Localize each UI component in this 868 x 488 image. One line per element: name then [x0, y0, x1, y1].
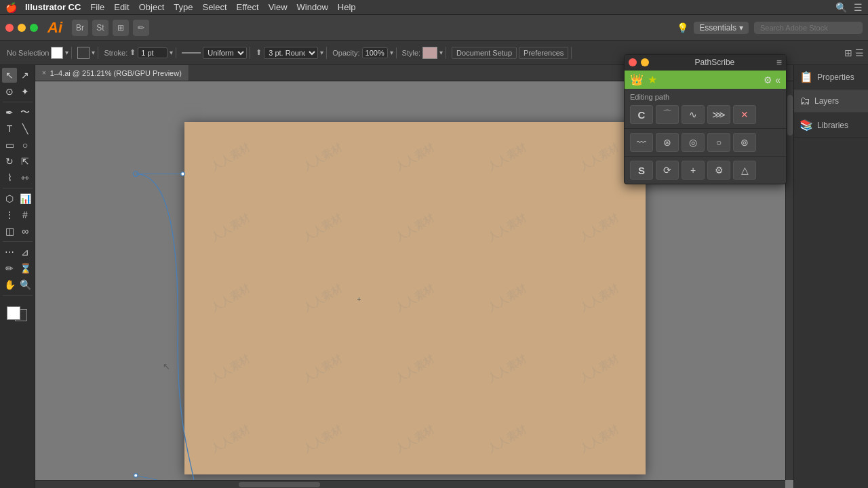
- blend-tool[interactable]: ∞: [18, 224, 33, 239]
- libraries-panel-item[interactable]: 📚 Libraries: [794, 113, 868, 138]
- eyedropper-tool[interactable]: ✏: [2, 261, 17, 276]
- paint-bucket-tool[interactable]: ⋮: [2, 207, 17, 222]
- stroke-up-icon[interactable]: ⬆: [130, 48, 136, 57]
- column-graph-tool[interactable]: ⊿: [18, 245, 33, 260]
- menu-select[interactable]: Select: [202, 2, 226, 12]
- cap-up-icon[interactable]: ⬆: [256, 48, 262, 57]
- pathscribe-adjust-tool[interactable]: ⚙: [707, 161, 730, 180]
- ellipse-tool[interactable]: ○: [18, 138, 33, 152]
- stroke-value-input[interactable]: 1 pt: [138, 47, 167, 58]
- pathscribe-star-icon[interactable]: ★: [648, 73, 657, 86]
- style-color-box[interactable]: [422, 47, 437, 59]
- pathscribe-triangle-tool[interactable]: △: [733, 161, 756, 180]
- scale-tool[interactable]: ⇱: [18, 154, 33, 169]
- document-canvas: 人人素材 人人素材 人人素材 人人素材 人人素材 人人素材 人人素材 人人素材 …: [184, 122, 646, 474]
- shape-builder-tool[interactable]: ⬡: [2, 191, 17, 206]
- pathscribe-wave-tool[interactable]: 〰: [630, 133, 653, 152]
- pathscribe-close[interactable]: [629, 58, 637, 66]
- search-icon[interactable]: 🔍: [835, 2, 847, 13]
- pathscribe-circle-tool[interactable]: ◎: [682, 133, 705, 152]
- stock-icon[interactable]: St: [92, 20, 108, 36]
- rotate-tool[interactable]: ↻: [2, 154, 17, 169]
- opacity-input[interactable]: [362, 47, 388, 58]
- opacity-dropdown[interactable]: ▾: [390, 49, 393, 56]
- pathscribe-minimize[interactable]: [641, 58, 649, 66]
- lasso-tool[interactable]: ⊙: [2, 84, 17, 99]
- width-tool[interactable]: ⇿: [18, 170, 33, 185]
- maximize-button[interactable]: [30, 24, 38, 32]
- preferences-button[interactable]: Preferences: [519, 47, 568, 59]
- select-tool[interactable]: ↖: [2, 68, 17, 83]
- pathscribe-reverse-tool[interactable]: ⟳: [656, 161, 679, 180]
- watermark-17: 人人素材: [265, 315, 380, 422]
- pathscribe-collapse-icon[interactable]: «: [775, 75, 781, 85]
- pen-icon[interactable]: ✏: [133, 20, 149, 36]
- pathscribe-smooth-tool[interactable]: ∿: [682, 105, 705, 124]
- mesh-tool[interactable]: #: [18, 207, 33, 222]
- direct-select-tool[interactable]: ↗: [18, 68, 33, 83]
- minimize-button[interactable]: [18, 24, 26, 32]
- symbol-tool[interactable]: ⋯: [2, 245, 17, 260]
- align-icon[interactable]: ⊞: [844, 47, 852, 58]
- pathscribe-ellipse-tool[interactable]: ○: [707, 133, 730, 152]
- warp-tool[interactable]: ⌇: [2, 170, 17, 185]
- line-tool[interactable]: ╲: [18, 121, 33, 136]
- zoom-tool[interactable]: 🔍: [18, 277, 33, 292]
- pen-tool[interactable]: ✒: [2, 105, 17, 120]
- pathscribe-remove-tool[interactable]: ✕: [733, 105, 756, 124]
- pathscribe-menu-icon[interactable]: ≡: [776, 57, 782, 68]
- menu-object[interactable]: Object: [139, 2, 165, 12]
- fill-dropdown-icon[interactable]: ▾: [65, 49, 68, 56]
- menu-file[interactable]: File: [90, 2, 104, 12]
- lamp-icon[interactable]: 💡: [677, 22, 688, 33]
- stroke-color[interactable]: [77, 47, 90, 59]
- graph-tool[interactable]: 📊: [18, 191, 33, 206]
- menu-view[interactable]: View: [269, 2, 288, 12]
- menu-window[interactable]: Window: [297, 2, 328, 12]
- properties-panel-item[interactable]: 📋 Properties: [794, 65, 868, 89]
- menu-effect[interactable]: Effect: [237, 2, 259, 12]
- menu-type[interactable]: Type: [174, 2, 193, 12]
- curvature-tool[interactable]: 〜: [18, 105, 33, 120]
- style-dropdown[interactable]: ▾: [439, 49, 443, 56]
- fill-color[interactable]: [51, 47, 63, 59]
- pathscribe-stroke-section: S ⟳ + ⚙ △: [625, 157, 786, 184]
- bridge-icon[interactable]: Br: [72, 20, 88, 36]
- list-icon[interactable]: ☰: [854, 2, 863, 13]
- search-stock-input[interactable]: [754, 22, 863, 34]
- pathscribe-scatter-tool[interactable]: ⊛: [656, 133, 679, 152]
- gradient-tool[interactable]: ◫: [2, 224, 17, 239]
- doc-setup-button[interactable]: Document Setup: [452, 47, 517, 59]
- horizontal-scrollbar[interactable]: [35, 480, 785, 488]
- foreground-color-swatch[interactable]: [7, 306, 20, 320]
- pathscribe-settings-icon[interactable]: ⚙: [764, 75, 772, 85]
- apple-menu[interactable]: 🍎: [5, 2, 17, 13]
- layers-panel-item[interactable]: 🗂 Layers: [794, 89, 868, 113]
- shape-tool[interactable]: ▭: [2, 138, 17, 152]
- stroke-dropdown-icon[interactable]: ▾: [92, 49, 95, 56]
- stroke-val-dropdown[interactable]: ▾: [170, 49, 173, 56]
- document-tab[interactable]: × 1–4.ai @ 251.21% (RGB/GPU Preview): [35, 65, 189, 81]
- pathscribe-ring-tool[interactable]: ⊚: [733, 133, 756, 152]
- pathscribe-curve-tool[interactable]: ⌒: [656, 105, 679, 124]
- properties-icon: 📋: [800, 70, 813, 83]
- tab-close-icon[interactable]: ×: [42, 69, 46, 77]
- cap-dropdown[interactable]: ▾: [320, 49, 323, 56]
- essentials-button[interactable]: Essentials ▾: [694, 22, 749, 34]
- close-button[interactable]: [5, 24, 14, 32]
- pathscribe-add-tool[interactable]: +: [682, 161, 705, 180]
- stroke-type-select[interactable]: Uniform: [203, 47, 247, 59]
- pathscribe-c-button[interactable]: C: [630, 105, 653, 124]
- magic-wand-tool[interactable]: ✦: [18, 84, 33, 99]
- hand-tool[interactable]: ✋: [2, 277, 17, 292]
- cap-select[interactable]: 3 pt. Round: [264, 47, 318, 59]
- type-tool[interactable]: T: [2, 121, 17, 136]
- menu-help[interactable]: Help: [338, 2, 356, 12]
- layout-icon[interactable]: ⊞: [113, 20, 129, 36]
- measure-tool[interactable]: ⌛: [18, 261, 33, 276]
- menu-illustrator[interactable]: Illustrator CC: [25, 2, 81, 12]
- pathscribe-s-button[interactable]: S: [630, 161, 653, 180]
- pathscribe-corner-tool[interactable]: ⋙: [707, 105, 730, 124]
- arrange-icon[interactable]: ☰: [855, 47, 864, 58]
- menu-edit[interactable]: Edit: [114, 2, 129, 12]
